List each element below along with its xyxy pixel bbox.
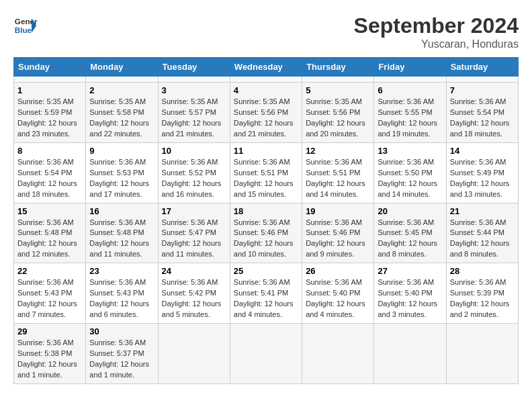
weekday-header-friday: Friday [374,58,446,77]
day-info: Sunrise: 5:35 AM Sunset: 5:59 PM Dayligh… [17,97,82,140]
title-block: September 2024 Yuscaran, Honduras [354,13,519,50]
day-number: 13 [378,146,442,156]
day-info: Sunrise: 5:36 AM Sunset: 5:42 PM Dayligh… [162,277,226,320]
day-number: 11 [234,146,298,156]
day-info: Sunrise: 5:36 AM Sunset: 5:44 PM Dayligh… [450,218,515,261]
day-info: Sunrise: 5:36 AM Sunset: 5:41 PM Dayligh… [234,277,298,320]
day-info: Sunrise: 5:36 AM Sunset: 5:39 PM Dayligh… [450,277,515,320]
day-number: 10 [162,146,226,156]
calendar-cell: 30Sunrise: 5:36 AM Sunset: 5:37 PM Dayli… [86,324,158,384]
calendar-cell [374,324,446,384]
day-info: Sunrise: 5:36 AM Sunset: 5:45 PM Dayligh… [378,218,442,261]
logo-icon: General Blue [13,13,38,38]
day-number: 26 [306,266,370,276]
weekday-header-monday: Monday [86,58,158,77]
day-info: Sunrise: 5:36 AM Sunset: 5:43 PM Dayligh… [89,277,154,320]
day-number: 14 [450,146,515,156]
day-number: 29 [17,326,82,336]
day-info: Sunrise: 5:36 AM Sunset: 5:38 PM Dayligh… [17,338,82,381]
weekday-header-saturday: Saturday [446,58,518,77]
day-info: Sunrise: 5:36 AM Sunset: 5:40 PM Dayligh… [378,277,442,320]
day-info: Sunrise: 5:35 AM Sunset: 5:58 PM Dayligh… [89,97,154,140]
day-info: Sunrise: 5:35 AM Sunset: 5:56 PM Dayligh… [234,97,298,140]
calendar-cell: 27Sunrise: 5:36 AM Sunset: 5:40 PM Dayli… [374,263,446,324]
calendar-cell: 23Sunrise: 5:36 AM Sunset: 5:43 PM Dayli… [86,263,158,324]
calendar-cell: 13Sunrise: 5:36 AM Sunset: 5:50 PM Dayli… [374,142,446,203]
calendar-table: SundayMondayTuesdayWednesdayThursdayFrid… [13,57,519,384]
calendar-cell: 4Sunrise: 5:35 AM Sunset: 5:56 PM Daylig… [230,83,302,143]
day-number: 7 [450,85,515,95]
day-number: 21 [450,206,515,216]
calendar-cell: 19Sunrise: 5:36 AM Sunset: 5:46 PM Dayli… [302,203,374,263]
calendar-cell: 25Sunrise: 5:36 AM Sunset: 5:41 PM Dayli… [230,263,302,324]
weekday-header-sunday: Sunday [14,58,86,77]
calendar-cell: 21Sunrise: 5:36 AM Sunset: 5:44 PM Dayli… [446,203,518,263]
day-number: 8 [17,146,82,156]
day-info: Sunrise: 5:36 AM Sunset: 5:48 PM Dayligh… [89,218,154,261]
day-info: Sunrise: 5:36 AM Sunset: 5:37 PM Dayligh… [89,338,154,381]
calendar-cell [86,77,158,83]
day-number: 2 [89,85,154,95]
calendar-cell [374,77,446,83]
calendar-cell: 2Sunrise: 5:35 AM Sunset: 5:58 PM Daylig… [86,83,158,143]
weekday-header-tuesday: Tuesday [158,58,230,77]
day-number: 4 [234,85,298,95]
weekday-header-thursday: Thursday [302,58,374,77]
day-info: Sunrise: 5:35 AM Sunset: 5:56 PM Dayligh… [306,97,370,140]
day-number: 22 [17,266,82,276]
day-info: Sunrise: 5:36 AM Sunset: 5:54 PM Dayligh… [450,97,515,140]
day-info: Sunrise: 5:36 AM Sunset: 5:51 PM Dayligh… [306,157,370,200]
calendar-cell [446,324,518,384]
svg-text:Blue: Blue [15,26,32,34]
day-number: 20 [378,206,442,216]
day-number: 16 [89,206,154,216]
day-number: 12 [306,146,370,156]
month-title: September 2024 [354,13,519,38]
calendar-cell: 1Sunrise: 5:35 AM Sunset: 5:59 PM Daylig… [14,83,86,143]
calendar-cell: 6Sunrise: 5:36 AM Sunset: 5:55 PM Daylig… [374,83,446,143]
calendar-cell: 9Sunrise: 5:36 AM Sunset: 5:53 PM Daylig… [86,142,158,203]
day-info: Sunrise: 5:36 AM Sunset: 5:50 PM Dayligh… [378,157,442,200]
calendar-cell: 16Sunrise: 5:36 AM Sunset: 5:48 PM Dayli… [86,203,158,263]
day-info: Sunrise: 5:36 AM Sunset: 5:43 PM Dayligh… [17,277,82,320]
calendar-cell: 11Sunrise: 5:36 AM Sunset: 5:51 PM Dayli… [230,142,302,203]
calendar-cell: 10Sunrise: 5:36 AM Sunset: 5:52 PM Dayli… [158,142,230,203]
day-number: 15 [17,206,82,216]
calendar-cell: 24Sunrise: 5:36 AM Sunset: 5:42 PM Dayli… [158,263,230,324]
day-number: 23 [89,266,154,276]
calendar-cell: 28Sunrise: 5:36 AM Sunset: 5:39 PM Dayli… [446,263,518,324]
day-info: Sunrise: 5:35 AM Sunset: 5:57 PM Dayligh… [162,97,226,140]
calendar-cell: 22Sunrise: 5:36 AM Sunset: 5:43 PM Dayli… [14,263,86,324]
calendar-cell: 7Sunrise: 5:36 AM Sunset: 5:54 PM Daylig… [446,83,518,143]
calendar-cell: 20Sunrise: 5:36 AM Sunset: 5:45 PM Dayli… [374,203,446,263]
day-info: Sunrise: 5:36 AM Sunset: 5:46 PM Dayligh… [234,218,298,261]
calendar-cell [230,77,302,83]
day-number: 27 [378,266,442,276]
logo: General Blue [13,13,38,38]
day-number: 5 [306,85,370,95]
calendar-cell: 15Sunrise: 5:36 AM Sunset: 5:48 PM Dayli… [14,203,86,263]
day-info: Sunrise: 5:36 AM Sunset: 5:48 PM Dayligh… [17,218,82,261]
calendar-cell [158,77,230,83]
day-info: Sunrise: 5:36 AM Sunset: 5:49 PM Dayligh… [450,157,515,200]
day-number: 24 [162,266,226,276]
day-number: 25 [234,266,298,276]
day-number: 1 [17,85,82,95]
day-number: 9 [89,146,154,156]
page-header: General Blue September 2024 Yuscaran, Ho… [13,13,519,50]
calendar-cell [158,324,230,384]
day-info: Sunrise: 5:36 AM Sunset: 5:54 PM Dayligh… [17,157,82,200]
calendar-cell: 14Sunrise: 5:36 AM Sunset: 5:49 PM Dayli… [446,142,518,203]
location-subtitle: Yuscaran, Honduras [354,38,519,50]
day-number: 6 [378,85,442,95]
day-number: 18 [234,206,298,216]
calendar-cell: 18Sunrise: 5:36 AM Sunset: 5:46 PM Dayli… [230,203,302,263]
day-info: Sunrise: 5:36 AM Sunset: 5:46 PM Dayligh… [306,218,370,261]
calendar-cell [302,324,374,384]
day-info: Sunrise: 5:36 AM Sunset: 5:52 PM Dayligh… [162,157,226,200]
calendar-cell: 17Sunrise: 5:36 AM Sunset: 5:47 PM Dayli… [158,203,230,263]
day-info: Sunrise: 5:36 AM Sunset: 5:40 PM Dayligh… [306,277,370,320]
day-number: 19 [306,206,370,216]
day-number: 3 [162,85,226,95]
calendar-cell: 29Sunrise: 5:36 AM Sunset: 5:38 PM Dayli… [14,324,86,384]
